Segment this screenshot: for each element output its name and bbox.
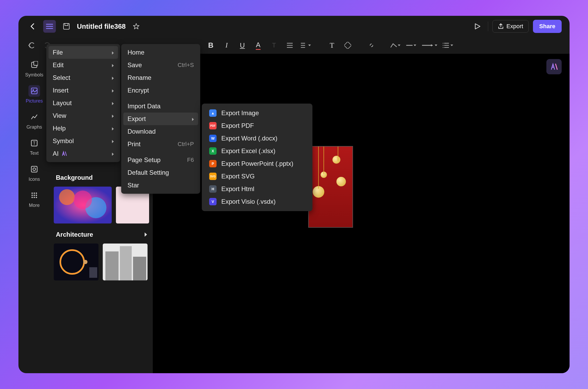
svg-rect-2 <box>344 42 351 49</box>
export-button[interactable]: Export <box>492 20 529 33</box>
svg-point-34 <box>83 260 87 264</box>
svg-point-16 <box>32 193 33 194</box>
ai-assistant-button[interactable] <box>546 59 562 74</box>
link-tool-button[interactable] <box>366 40 377 51</box>
underline-button[interactable]: U <box>237 40 248 51</box>
left-sidebar: Symbols Pictures Graphs T Text Icons Mor… <box>18 54 50 373</box>
undo-button[interactable] <box>26 40 37 51</box>
menu-export-option[interactable]: XExport Excel (.xlsx) <box>205 145 309 157</box>
menu-file-star[interactable]: Star <box>123 179 198 192</box>
hamburger-menu-button[interactable] <box>43 20 56 33</box>
architecture-thumb-2[interactable] <box>103 244 148 280</box>
sidebar-item-pictures[interactable]: Pictures <box>26 85 43 104</box>
clear-format-button[interactable]: T <box>269 40 279 51</box>
font-color-button[interactable]: A <box>253 40 263 51</box>
menu-select[interactable]: Select <box>48 71 118 84</box>
arrow-style-button[interactable] <box>422 40 437 51</box>
sidebar-item-graphs[interactable]: Graphs <box>26 111 42 130</box>
svg-point-17 <box>34 193 35 194</box>
sidebar-item-text[interactable]: T Text <box>28 137 40 156</box>
chevron-right-icon <box>112 74 114 81</box>
menu-export-option[interactable]: VExport Visio (.vsdx) <box>205 195 309 208</box>
icons-icon <box>31 166 38 173</box>
chevron-right-icon <box>112 137 114 145</box>
menu-export-option[interactable]: SVGExport SVG <box>205 170 309 183</box>
svg-point-26 <box>59 189 75 205</box>
bold-button[interactable]: B <box>205 40 216 51</box>
menu-file-default[interactable]: Default Setting <box>123 166 198 179</box>
menu-export-option[interactable]: ▲Export Image <box>205 107 309 119</box>
menu-export-option[interactable]: PDFExport PDF <box>205 119 309 132</box>
menu-file-rename[interactable]: Rename <box>123 71 198 84</box>
background-thumb-1[interactable] <box>54 187 112 223</box>
chevron-right-icon <box>112 61 114 69</box>
play-button[interactable] <box>471 20 484 33</box>
menu-ai[interactable]: AI <box>48 147 118 160</box>
main-menu: File Edit Select Insert Layout View Help… <box>46 44 120 162</box>
menu-file-export[interactable]: Export <box>123 113 198 125</box>
ai-icon <box>61 151 67 157</box>
save-icon-button[interactable] <box>60 20 73 33</box>
export-icon <box>498 23 504 30</box>
svg-rect-0 <box>63 23 69 29</box>
align-button[interactable] <box>285 40 295 51</box>
chevron-right-icon <box>112 99 114 107</box>
architecture-thumb-1[interactable] <box>54 244 99 280</box>
back-button[interactable] <box>26 20 39 33</box>
menu-export-label: Export PowerPoint (.pptx) <box>221 160 293 167</box>
chevron-right-icon <box>112 87 114 94</box>
menu-file-download[interactable]: Download <box>123 125 198 138</box>
chevron-left-icon <box>30 23 35 30</box>
menu-export-label: Export Word (.docx) <box>221 135 277 142</box>
canvas-image-red[interactable] <box>308 146 353 228</box>
play-icon <box>474 23 481 30</box>
sidebar-item-symbols[interactable]: Symbols <box>25 59 43 78</box>
line-style-button[interactable] <box>406 40 416 51</box>
menu-export-option[interactable]: WExport Word (.docx) <box>205 132 309 145</box>
favorite-button[interactable] <box>130 20 143 33</box>
hamburger-icon <box>46 23 53 29</box>
menu-edit[interactable]: Edit <box>48 59 118 71</box>
chevron-right-icon <box>112 112 114 119</box>
canvas-area[interactable] <box>153 54 570 373</box>
menu-export-option[interactable]: PExport PowerPoint (.pptx) <box>205 157 309 170</box>
more-icon <box>31 192 38 199</box>
menu-file-encrypt[interactable]: Encrypt <box>123 84 198 97</box>
titlebar: Untitled file368 Export Share <box>18 16 570 37</box>
menu-file-save[interactable]: SaveCtrl+S <box>123 59 198 71</box>
svg-point-23 <box>34 197 35 198</box>
menu-file-pagesetup[interactable]: Page SetupF6 <box>123 154 198 166</box>
menu-view[interactable]: View <box>48 109 118 122</box>
menu-layout[interactable]: Layout <box>48 97 118 109</box>
svg-point-6 <box>443 45 444 46</box>
sidebar-item-icons[interactable]: Icons <box>28 163 40 182</box>
menu-file-import[interactable]: Import Data <box>123 100 198 113</box>
shape-tool-button[interactable] <box>342 40 353 51</box>
menu-export-label: Export Excel (.xlsx) <box>221 147 275 155</box>
chevron-right-icon <box>112 150 114 157</box>
sidebar-item-more[interactable]: More <box>28 189 40 208</box>
menu-file[interactable]: File <box>48 46 118 59</box>
menu-export-option[interactable]: HExport Html <box>205 183 309 195</box>
svg-rect-37 <box>120 246 132 280</box>
menu-help[interactable]: Help <box>48 122 118 135</box>
format-icon: W <box>209 135 217 142</box>
panel-section-architecture[interactable]: Architecture <box>54 229 149 240</box>
menu-file-print[interactable]: PrintCtrl+P <box>123 138 198 150</box>
line-spacing-button[interactable] <box>300 40 311 51</box>
document-title[interactable]: Untitled file368 <box>77 22 126 31</box>
menu-file-home[interactable]: Home <box>123 46 198 59</box>
svg-rect-33 <box>89 267 97 278</box>
svg-point-20 <box>34 195 35 196</box>
menu-insert[interactable]: Insert <box>48 84 118 97</box>
svg-point-28 <box>74 191 92 209</box>
svg-point-7 <box>443 47 444 48</box>
format-icon: V <box>209 198 217 205</box>
svg-rect-14 <box>31 166 37 172</box>
text-tool-button[interactable]: T <box>327 40 337 51</box>
share-button[interactable]: Share <box>533 20 562 33</box>
menu-symbol[interactable]: Symbol <box>48 135 118 147</box>
connector-button[interactable] <box>390 40 400 51</box>
list-style-button[interactable] <box>443 40 453 51</box>
italic-button[interactable]: I <box>221 40 232 51</box>
